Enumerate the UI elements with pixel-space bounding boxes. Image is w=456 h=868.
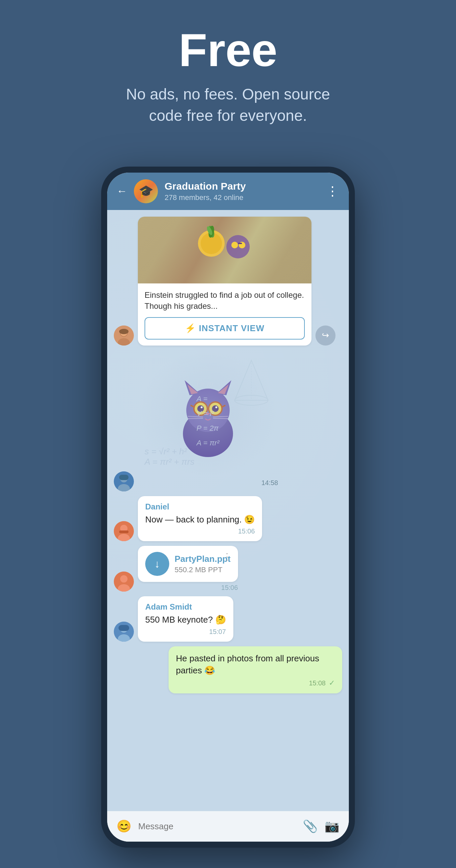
article-bubble: Einstein struggled to find a job out of …: [138, 217, 311, 345]
phone-wrapper: ← 🎓 Graduation Party 278 members, 42 onl…: [101, 166, 355, 848]
attach-button[interactable]: 📎: [303, 819, 318, 833]
hero-section: Free No ads, no fees. Open source code f…: [0, 0, 456, 147]
file-bubble-container: ↓ PartyPlan.ppt 550.2 MB PPT ⋮ 15:06: [138, 546, 238, 592]
chat-body: Einstein struggled to find a job out of …: [107, 210, 349, 811]
emoji-button[interactable]: 😊: [117, 819, 131, 833]
file-menu-dots[interactable]: ⋮: [222, 551, 232, 562]
svg-rect-17: [119, 475, 128, 480]
own-bubble: He pasted in photos from all previous pa…: [169, 646, 342, 693]
own-message-group: He pasted in photos from all previous pa…: [114, 646, 342, 693]
article-message-group: Einstein struggled to find a job out of …: [114, 217, 342, 345]
article-image-area: [138, 217, 311, 283]
hero-subtitle: No ads, no fees. Open source code free f…: [111, 84, 345, 127]
sticker-message-group: l = πr A = V = l² P = 2π A = πr²: [114, 350, 342, 491]
daniel-message-text: Now — back to planning. 😉: [145, 514, 255, 525]
hero-title: Free: [179, 27, 277, 73]
file-message-group: ↓ PartyPlan.ppt 550.2 MB PPT ⋮ 15:06: [114, 546, 342, 592]
instant-view-button[interactable]: ⚡ INSTANT VIEW: [145, 317, 305, 340]
user-avatar-man2: [114, 521, 134, 541]
daniel-message-time: 15:06: [145, 527, 255, 535]
message-input[interactable]: [138, 817, 296, 836]
adam-bubble: Adam Smidt 550 MB keynote? 🤔 15:07: [138, 596, 233, 641]
article-excerpt: Einstein struggled to find a job out of …: [145, 289, 305, 312]
file-download-button[interactable]: ↓: [145, 552, 169, 576]
svg-point-48: [120, 575, 127, 583]
svg-rect-53: [119, 625, 129, 631]
back-button[interactable]: ←: [117, 185, 127, 197]
group-name: Graduation Party: [164, 181, 320, 192]
chat-bottom-bar: 😊 📎 📷: [107, 811, 349, 842]
user-avatar-man1: [114, 471, 134, 491]
lightning-icon: ⚡: [185, 323, 195, 334]
svg-point-10: [226, 235, 250, 258]
phone-frame: ← 🎓 Graduation Party 278 members, 42 onl…: [101, 166, 355, 848]
instant-view-label: INSTANT VIEW: [199, 323, 264, 334]
adam-message-time: 15:07: [145, 628, 226, 636]
chat-menu-button[interactable]: ⋮: [326, 185, 339, 198]
file-size: 550.2 MB PPT: [175, 565, 231, 574]
svg-rect-13: [238, 243, 242, 244]
camera-button[interactable]: 📷: [325, 819, 339, 833]
sticker-time: 14:58: [262, 479, 278, 487]
user-avatar-man2-file: [114, 571, 134, 592]
sticker-area: l = πr A = V = l² P = 2π A = πr²: [138, 350, 278, 477]
chat-info: Graduation Party 278 members, 42 online: [164, 181, 320, 202]
file-bubble: ↓ PartyPlan.ppt 550.2 MB PPT ⋮: [138, 546, 238, 582]
checkmark-icon: ✓: [329, 679, 335, 687]
sender-name-daniel: Daniel: [145, 502, 255, 512]
daniel-bubble: Daniel Now — back to planning. 😉 15:06: [138, 496, 262, 541]
article-text-area: Einstein struggled to find a job out of …: [138, 283, 311, 345]
sticker-container: l = πr A = V = l² P = 2π A = πr²: [138, 350, 278, 487]
user-avatar-woman: [114, 326, 134, 345]
phone-screen: ← 🎓 Graduation Party 278 members, 42 onl…: [107, 173, 349, 842]
group-meta: 278 members, 42 online: [164, 193, 320, 202]
article-bubble-container: Einstein struggled to find a job out of …: [138, 217, 311, 345]
group-avatar: 🎓: [134, 179, 158, 203]
own-message-time: 15:08 ✓: [176, 679, 335, 687]
share-button[interactable]: ↪: [315, 326, 335, 345]
svg-point-11: [231, 242, 238, 248]
daniel-message-group: Daniel Now — back to planning. 😉 15:06: [114, 496, 342, 541]
adam-message-group: Adam Smidt 550 MB keynote? 🤔 15:07: [114, 596, 342, 641]
user-avatar-man3: [114, 622, 134, 642]
sender-name-adam: Adam Smidt: [145, 602, 226, 612]
own-message-text: He pasted in photos from all previous pa…: [176, 652, 335, 677]
file-time: 15:06: [138, 584, 238, 592]
adam-message-text: 550 MB keynote? 🤔: [145, 614, 226, 626]
svg-point-4: [119, 329, 128, 334]
svg-rect-46: [119, 530, 128, 533]
chat-header: ← 🎓 Graduation Party 278 members, 42 onl…: [107, 173, 349, 210]
